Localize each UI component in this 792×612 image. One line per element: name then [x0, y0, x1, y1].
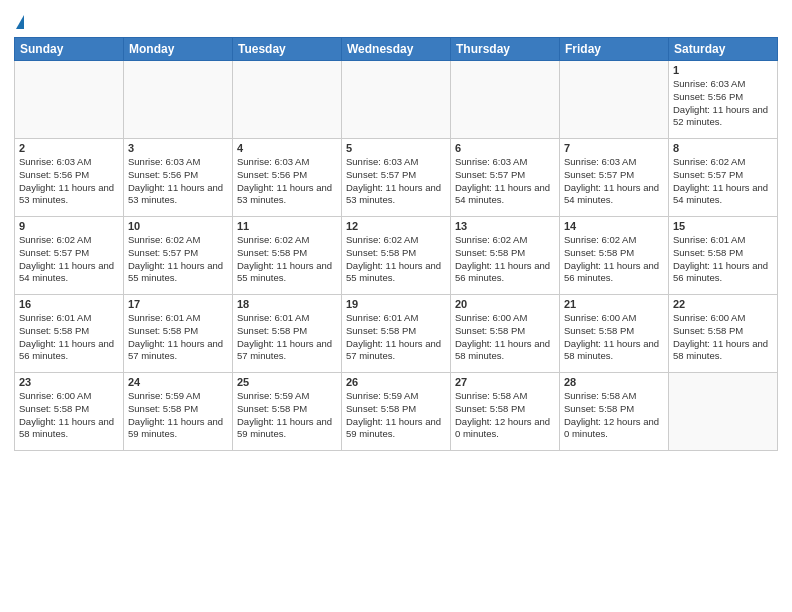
day-info: Sunrise: 6:03 AM Sunset: 5:57 PM Dayligh…	[346, 156, 446, 207]
day-info: Sunrise: 6:03 AM Sunset: 5:56 PM Dayligh…	[19, 156, 119, 207]
day-number: 22	[673, 298, 773, 310]
day-info: Sunrise: 6:01 AM Sunset: 5:58 PM Dayligh…	[673, 234, 773, 285]
day-info: Sunrise: 5:58 AM Sunset: 5:58 PM Dayligh…	[564, 390, 664, 441]
page-container: SundayMondayTuesdayWednesdayThursdayFrid…	[0, 0, 792, 457]
day-number: 13	[455, 220, 555, 232]
day-number: 11	[237, 220, 337, 232]
day-number: 12	[346, 220, 446, 232]
calendar-cell-5-1: 23Sunrise: 6:00 AM Sunset: 5:58 PM Dayli…	[15, 373, 124, 451]
calendar-cell-3-2: 10Sunrise: 6:02 AM Sunset: 5:57 PM Dayli…	[124, 217, 233, 295]
calendar-cell-3-3: 11Sunrise: 6:02 AM Sunset: 5:58 PM Dayli…	[233, 217, 342, 295]
calendar-cell-1-6	[560, 61, 669, 139]
calendar-cell-2-7: 8Sunrise: 6:02 AM Sunset: 5:57 PM Daylig…	[669, 139, 778, 217]
day-number: 1	[673, 64, 773, 76]
calendar-week-3: 9Sunrise: 6:02 AM Sunset: 5:57 PM Daylig…	[15, 217, 778, 295]
day-info: Sunrise: 6:03 AM Sunset: 5:57 PM Dayligh…	[455, 156, 555, 207]
calendar-header-monday: Monday	[124, 38, 233, 61]
day-info: Sunrise: 6:01 AM Sunset: 5:58 PM Dayligh…	[346, 312, 446, 363]
day-number: 15	[673, 220, 773, 232]
day-info: Sunrise: 5:59 AM Sunset: 5:58 PM Dayligh…	[237, 390, 337, 441]
calendar-cell-1-2	[124, 61, 233, 139]
day-number: 27	[455, 376, 555, 388]
calendar-cell-2-6: 7Sunrise: 6:03 AM Sunset: 5:57 PM Daylig…	[560, 139, 669, 217]
day-number: 17	[128, 298, 228, 310]
calendar-cell-4-4: 19Sunrise: 6:01 AM Sunset: 5:58 PM Dayli…	[342, 295, 451, 373]
logo-top	[14, 10, 24, 31]
calendar-header-friday: Friday	[560, 38, 669, 61]
calendar-cell-1-4	[342, 61, 451, 139]
calendar-header-sunday: Sunday	[15, 38, 124, 61]
calendar-cell-4-1: 16Sunrise: 6:01 AM Sunset: 5:58 PM Dayli…	[15, 295, 124, 373]
calendar-cell-4-7: 22Sunrise: 6:00 AM Sunset: 5:58 PM Dayli…	[669, 295, 778, 373]
calendar-cell-1-3	[233, 61, 342, 139]
day-info: Sunrise: 6:02 AM Sunset: 5:57 PM Dayligh…	[128, 234, 228, 285]
day-info: Sunrise: 6:02 AM Sunset: 5:58 PM Dayligh…	[237, 234, 337, 285]
calendar-cell-3-1: 9Sunrise: 6:02 AM Sunset: 5:57 PM Daylig…	[15, 217, 124, 295]
calendar-cell-1-1	[15, 61, 124, 139]
day-info: Sunrise: 6:02 AM Sunset: 5:57 PM Dayligh…	[673, 156, 773, 207]
calendar-week-1: 1Sunrise: 6:03 AM Sunset: 5:56 PM Daylig…	[15, 61, 778, 139]
calendar-cell-5-2: 24Sunrise: 5:59 AM Sunset: 5:58 PM Dayli…	[124, 373, 233, 451]
day-info: Sunrise: 6:02 AM Sunset: 5:57 PM Dayligh…	[19, 234, 119, 285]
day-number: 9	[19, 220, 119, 232]
day-info: Sunrise: 6:03 AM Sunset: 5:56 PM Dayligh…	[237, 156, 337, 207]
day-info: Sunrise: 6:00 AM Sunset: 5:58 PM Dayligh…	[673, 312, 773, 363]
calendar-cell-5-3: 25Sunrise: 5:59 AM Sunset: 5:58 PM Dayli…	[233, 373, 342, 451]
day-info: Sunrise: 6:01 AM Sunset: 5:58 PM Dayligh…	[237, 312, 337, 363]
calendar-cell-3-6: 14Sunrise: 6:02 AM Sunset: 5:58 PM Dayli…	[560, 217, 669, 295]
calendar-week-5: 23Sunrise: 6:00 AM Sunset: 5:58 PM Dayli…	[15, 373, 778, 451]
day-number: 14	[564, 220, 664, 232]
calendar-cell-4-2: 17Sunrise: 6:01 AM Sunset: 5:58 PM Dayli…	[124, 295, 233, 373]
day-number: 5	[346, 142, 446, 154]
day-info: Sunrise: 6:00 AM Sunset: 5:58 PM Dayligh…	[564, 312, 664, 363]
calendar-cell-2-4: 5Sunrise: 6:03 AM Sunset: 5:57 PM Daylig…	[342, 139, 451, 217]
day-number: 26	[346, 376, 446, 388]
calendar-cell-4-3: 18Sunrise: 6:01 AM Sunset: 5:58 PM Dayli…	[233, 295, 342, 373]
day-number: 8	[673, 142, 773, 154]
day-number: 23	[19, 376, 119, 388]
day-info: Sunrise: 6:02 AM Sunset: 5:58 PM Dayligh…	[455, 234, 555, 285]
calendar-cell-1-7: 1Sunrise: 6:03 AM Sunset: 5:56 PM Daylig…	[669, 61, 778, 139]
day-info: Sunrise: 6:03 AM Sunset: 5:56 PM Dayligh…	[673, 78, 773, 129]
calendar-cell-4-6: 21Sunrise: 6:00 AM Sunset: 5:58 PM Dayli…	[560, 295, 669, 373]
calendar-cell-3-4: 12Sunrise: 6:02 AM Sunset: 5:58 PM Dayli…	[342, 217, 451, 295]
calendar-cell-4-5: 20Sunrise: 6:00 AM Sunset: 5:58 PM Dayli…	[451, 295, 560, 373]
day-info: Sunrise: 5:59 AM Sunset: 5:58 PM Dayligh…	[128, 390, 228, 441]
calendar-header-row: SundayMondayTuesdayWednesdayThursdayFrid…	[15, 38, 778, 61]
day-info: Sunrise: 6:01 AM Sunset: 5:58 PM Dayligh…	[128, 312, 228, 363]
calendar-cell-5-7	[669, 373, 778, 451]
day-number: 6	[455, 142, 555, 154]
day-number: 20	[455, 298, 555, 310]
calendar-cell-2-1: 2Sunrise: 6:03 AM Sunset: 5:56 PM Daylig…	[15, 139, 124, 217]
day-number: 19	[346, 298, 446, 310]
day-info: Sunrise: 6:03 AM Sunset: 5:56 PM Dayligh…	[128, 156, 228, 207]
calendar-header-thursday: Thursday	[451, 38, 560, 61]
day-number: 25	[237, 376, 337, 388]
day-number: 28	[564, 376, 664, 388]
calendar-cell-5-5: 27Sunrise: 5:58 AM Sunset: 5:58 PM Dayli…	[451, 373, 560, 451]
logo	[14, 10, 24, 31]
day-number: 7	[564, 142, 664, 154]
logo-triangle-icon	[16, 15, 24, 29]
header	[14, 10, 778, 31]
day-info: Sunrise: 5:59 AM Sunset: 5:58 PM Dayligh…	[346, 390, 446, 441]
day-number: 16	[19, 298, 119, 310]
calendar-cell-2-3: 4Sunrise: 6:03 AM Sunset: 5:56 PM Daylig…	[233, 139, 342, 217]
day-info: Sunrise: 6:02 AM Sunset: 5:58 PM Dayligh…	[564, 234, 664, 285]
calendar-header-tuesday: Tuesday	[233, 38, 342, 61]
day-info: Sunrise: 6:00 AM Sunset: 5:58 PM Dayligh…	[455, 312, 555, 363]
day-number: 21	[564, 298, 664, 310]
calendar-cell-3-5: 13Sunrise: 6:02 AM Sunset: 5:58 PM Dayli…	[451, 217, 560, 295]
calendar-week-2: 2Sunrise: 6:03 AM Sunset: 5:56 PM Daylig…	[15, 139, 778, 217]
calendar-cell-2-2: 3Sunrise: 6:03 AM Sunset: 5:56 PM Daylig…	[124, 139, 233, 217]
calendar-cell-5-6: 28Sunrise: 5:58 AM Sunset: 5:58 PM Dayli…	[560, 373, 669, 451]
calendar-table: SundayMondayTuesdayWednesdayThursdayFrid…	[14, 37, 778, 451]
day-number: 24	[128, 376, 228, 388]
calendar-header-saturday: Saturday	[669, 38, 778, 61]
day-info: Sunrise: 6:01 AM Sunset: 5:58 PM Dayligh…	[19, 312, 119, 363]
calendar-cell-5-4: 26Sunrise: 5:59 AM Sunset: 5:58 PM Dayli…	[342, 373, 451, 451]
day-number: 3	[128, 142, 228, 154]
day-info: Sunrise: 6:00 AM Sunset: 5:58 PM Dayligh…	[19, 390, 119, 441]
calendar-cell-2-5: 6Sunrise: 6:03 AM Sunset: 5:57 PM Daylig…	[451, 139, 560, 217]
calendar-week-4: 16Sunrise: 6:01 AM Sunset: 5:58 PM Dayli…	[15, 295, 778, 373]
